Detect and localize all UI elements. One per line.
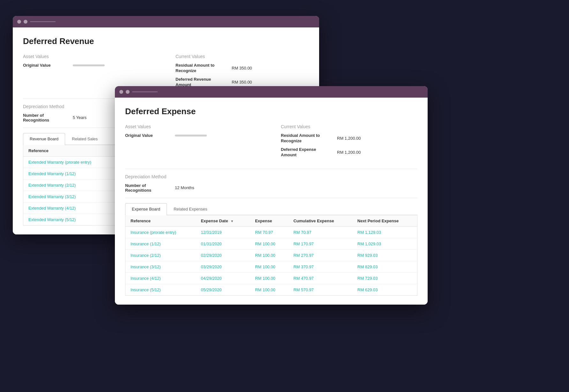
w2-asset-values-label: Asset Values: [125, 124, 262, 129]
row-next-period: RM 629.03: [352, 284, 417, 295]
w2-divider-1: [125, 169, 417, 169]
row-cumulative: RM 470.97: [288, 272, 352, 284]
row-expense: RM 100.00: [250, 261, 288, 272]
num-recognitions-value: 5 Years: [73, 115, 86, 120]
row-ref[interactable]: Insurance (prorate entry): [125, 226, 196, 238]
w2-deferred-expense-amount-row: Deferred ExpenseAmount RM 1,200.00: [281, 147, 417, 158]
window2-table-container: Reference Expense Date ▼ Expense Cumulat…: [125, 215, 417, 296]
table-row: Insurance (3/12) 03/29/2020 RM 100.00 RM…: [125, 261, 417, 272]
w2-original-value-label: Original Value: [125, 133, 170, 138]
table-row: Insurance (1/12) 01/31/2020 RM 100.00 RM…: [125, 238, 417, 249]
table-row: Insurance (2/12) 02/29/2020 RM 100.00 RM…: [125, 249, 417, 261]
w2-residual-amount-value: RM 1,200.00: [337, 136, 361, 141]
original-value-row: Original Value: [23, 63, 156, 68]
deferred-expense-window: Deferred Expense Asset Values Original V…: [115, 86, 428, 305]
asset-values-label: Asset Values: [23, 54, 156, 59]
w2-num-recognitions-value: 12 Months: [175, 185, 194, 190]
w2-original-value-row: Original Value: [125, 133, 262, 138]
w2-current-values-section: Current Values Residual Amount toRecogni…: [281, 124, 417, 161]
row-cumulative: RM 70.97: [288, 226, 352, 238]
row-expense: RM 100.00: [250, 284, 288, 295]
dot-3: [119, 90, 123, 94]
w2-num-recognitions-row: Number ofRecognitions 12 Months: [125, 183, 417, 193]
asset-values-section: Asset Values Original Value: [23, 54, 156, 91]
tab-related-sales[interactable]: Related Sales: [65, 133, 104, 144]
w2-col-expense-date: Expense Date ▼: [196, 215, 250, 227]
w2-original-value-bar: [175, 135, 207, 137]
row-cumulative: RM 370.97: [288, 261, 352, 272]
expense-date-label: Expense Date: [201, 218, 228, 223]
row-cumulative: RM 570.97: [288, 284, 352, 295]
sort-icon: ▼: [230, 219, 234, 223]
original-value-label: Original Value: [23, 63, 68, 68]
w2-deferred-expense-amount-value: RM 1,200.00: [337, 150, 361, 155]
row-cumulative: RM 170.97: [288, 238, 352, 249]
w2-col-cumulative-expense: Cumulative Expense: [288, 215, 352, 227]
titlebar-line-2: [132, 92, 158, 92]
row-expense: RM 100.00: [250, 249, 288, 261]
dot-1: [17, 20, 21, 24]
row-cumulative: RM 270.97: [288, 249, 352, 261]
dot-4: [126, 90, 130, 94]
row-expense: RM 70.97: [250, 226, 288, 238]
row-expense: RM 100.00: [250, 272, 288, 284]
window2-title: Deferred Expense: [125, 107, 417, 116]
row-next-period: RM 729.03: [352, 272, 417, 284]
row-date: 04/29/2020: [196, 272, 250, 284]
window2-content: Deferred Expense Asset Values Original V…: [115, 98, 428, 305]
row-ref[interactable]: Insurance (5/12): [125, 284, 196, 295]
row-date: 02/29/2020: [196, 249, 250, 261]
row-date: 03/29/2020: [196, 261, 250, 272]
original-value-bar: [73, 64, 105, 66]
table-row: Insurance (5/12) 05/29/2020 RM 100.00 RM…: [125, 284, 417, 295]
row-ref[interactable]: Insurance (2/12): [125, 249, 196, 261]
tab-expense-board[interactable]: Expense Board: [125, 203, 167, 215]
w2-residual-amount-row: Residual Amount toRecognize RM 1,200.00: [281, 133, 417, 144]
row-date: 12/31/2019: [196, 226, 250, 238]
window2-table: Reference Expense Date ▼ Expense Cumulat…: [125, 215, 417, 295]
titlebar-2: [115, 86, 428, 98]
residual-amount-value: RM 350.00: [232, 66, 252, 70]
row-ref[interactable]: Insurance (4/12): [125, 272, 196, 284]
tab-revenue-board[interactable]: Revenue Board: [23, 133, 65, 145]
residual-amount-row: Residual Amount toRecognize RM 350.00: [176, 63, 309, 74]
row-expense: RM 100.00: [250, 238, 288, 249]
table-row: Insurance (prorate entry) 12/31/2019 RM …: [125, 226, 417, 238]
window2-tabs: Expense Board Related Expenses: [125, 203, 417, 215]
row-date: 01/31/2020: [196, 238, 250, 249]
window2-table-header: Reference Expense Date ▼ Expense Cumulat…: [125, 215, 417, 227]
deferred-revenue-amount-value: RM 350.00: [232, 80, 252, 85]
dot-2: [24, 20, 27, 24]
current-values-label: Current Values: [176, 54, 309, 59]
w2-divider-2: [125, 198, 417, 198]
current-values-section: Current Values Residual Amount toRecogni…: [176, 54, 309, 91]
row-next-period: RM 1,029.03: [352, 238, 417, 249]
row-date: 05/29/2020: [196, 284, 250, 295]
w2-depreciation-label: Depreciation Method: [125, 174, 417, 179]
row-ref[interactable]: Insurance (3/12): [125, 261, 196, 272]
w2-residual-amount-label: Residual Amount toRecognize: [281, 133, 332, 144]
w2-col-expense: Expense: [250, 215, 288, 227]
w2-deferred-expense-amount-label: Deferred ExpenseAmount: [281, 147, 332, 158]
w2-current-values-label: Current Values: [281, 124, 417, 129]
titlebar-line-1: [30, 21, 56, 22]
row-next-period: RM 929.03: [352, 249, 417, 261]
tab-related-expenses[interactable]: Related Expenses: [167, 203, 214, 215]
titlebar-1: [13, 16, 319, 27]
num-recognitions-label: Number ofRecognitions: [23, 113, 68, 122]
w2-num-recognitions-label: Number ofRecognitions: [125, 183, 170, 193]
window1-title: Deferred Revenue: [23, 36, 309, 46]
w2-col-reference: Reference: [125, 215, 196, 227]
row-next-period: RM 829.03: [352, 261, 417, 272]
row-ref[interactable]: Insurance (1/12): [125, 238, 196, 249]
w2-col-next-period-expense: Next Period Expense: [352, 215, 417, 227]
window1-sections: Asset Values Original Value Current Valu…: [23, 54, 309, 91]
residual-amount-label: Residual Amount toRecognize: [176, 63, 227, 74]
window2-sections: Asset Values Original Value Current Valu…: [125, 124, 417, 161]
w2-asset-values-section: Asset Values Original Value: [125, 124, 262, 161]
row-next-period: RM 1,129.03: [352, 226, 417, 238]
table-row: Insurance (4/12) 04/29/2020 RM 100.00 RM…: [125, 272, 417, 284]
w2-depreciation-method-section: Depreciation Method Number ofRecognition…: [125, 174, 417, 193]
